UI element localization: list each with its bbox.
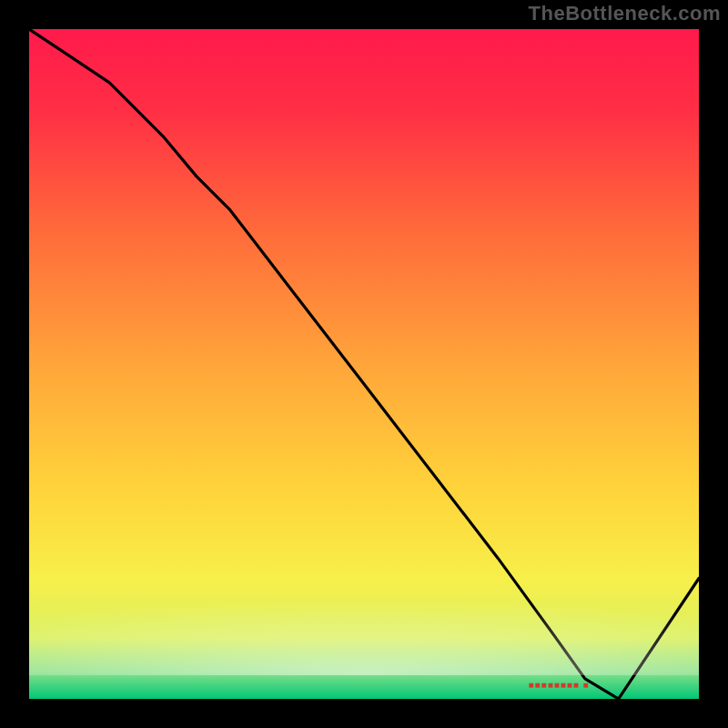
watermark-text: TheBottleneck.com — [529, 2, 721, 25]
optimum-marker: ■■■■■■■■ ■ — [529, 680, 590, 690]
gradient-bg — [29, 29, 699, 699]
plot-svg — [29, 29, 699, 699]
chart-root: TheBottleneck.com ■■■■■■■■ ■ — [0, 0, 728, 728]
plot-area: ■■■■■■■■ ■ — [29, 29, 699, 699]
